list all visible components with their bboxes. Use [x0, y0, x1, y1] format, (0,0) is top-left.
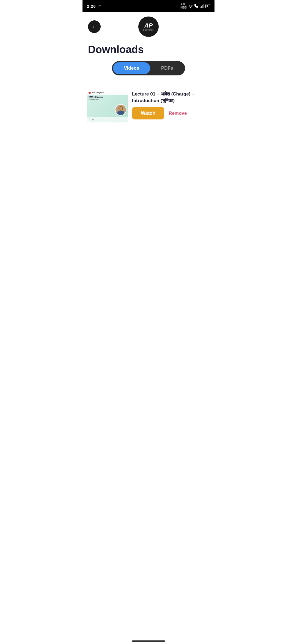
battery-level: 30: [206, 5, 209, 8]
back-button[interactable]: ←: [88, 20, 101, 33]
thumbnail-topic: आवेश (Charge): [89, 96, 127, 99]
app-logo: AP Lectures: [138, 17, 159, 37]
status-left: 2:26 m: [87, 4, 101, 9]
thumbnail-subtitle: Introduction: [89, 99, 127, 100]
live-badge: [89, 92, 91, 94]
logo-container: AP Lectures: [138, 17, 159, 37]
svg-point-6: [119, 107, 122, 110]
wifi-icon: [188, 4, 193, 8]
signal-icon: [200, 4, 204, 8]
video-list-item: 12ʰ - Physics आवेश (Charge) Introduction: [87, 88, 210, 126]
svg-rect-1: [201, 6, 202, 8]
action-buttons: Watch Remove: [132, 107, 210, 119]
back-arrow-icon: ←: [92, 24, 97, 29]
watch-button[interactable]: Watch: [132, 107, 164, 119]
teacher-avatar: [115, 104, 127, 116]
logo-ap-text: AP: [144, 23, 153, 29]
thumbnail-header: 12ʰ - Physics: [87, 91, 128, 95]
svg-rect-3: [203, 4, 204, 8]
status-right: 4.00KB/S 30: [180, 3, 210, 9]
page-title-section: Downloads: [82, 41, 215, 61]
thumbnail-subject: 12ʰ - Physics: [92, 92, 104, 94]
thumbnail-icon-row: ⌒ ⊞: [87, 117, 128, 122]
status-time: 2:26: [87, 4, 96, 9]
status-app-name: m: [98, 4, 101, 8]
call-icon: [194, 4, 198, 8]
remove-button[interactable]: Remove: [169, 111, 187, 116]
tab-pdfs[interactable]: PDFs: [150, 62, 184, 74]
tab-switcher: Videos PDFs: [112, 61, 185, 75]
battery-indicator: 30: [205, 4, 210, 8]
network-speed: 4.00KB/S: [180, 3, 187, 9]
downloads-content: 12ʰ - Physics आवेश (Charge) Introduction: [82, 88, 215, 126]
thumbnail-body: आवेश (Charge) Introduction: [87, 95, 128, 117]
thumbnail-grid-icon: ⊞: [92, 118, 94, 122]
thumbnail-add-icon: ⌒: [89, 118, 91, 122]
svg-rect-2: [202, 5, 203, 8]
video-thumbnail: 12ʰ - Physics आवेश (Charge) Introduction: [87, 91, 128, 122]
video-title: Lecture 01 – आवेश (Charge) – Introductio…: [132, 91, 210, 104]
status-bar: 2:26 m 4.00KB/S 30: [82, 0, 215, 12]
svg-rect-0: [200, 7, 200, 8]
thumbnail-content: 12ʰ - Physics आवेश (Charge) Introduction: [87, 91, 128, 122]
page-title: Downloads: [88, 44, 209, 56]
logo-lectures-text: Lectures: [143, 29, 154, 31]
tab-videos[interactable]: Videos: [113, 62, 150, 74]
video-details: Lecture 01 – आवेश (Charge) – Introductio…: [132, 91, 210, 120]
home-indicator: [132, 640, 165, 642]
svg-rect-5: [117, 111, 124, 115]
header: ← AP Lectures: [82, 12, 215, 41]
